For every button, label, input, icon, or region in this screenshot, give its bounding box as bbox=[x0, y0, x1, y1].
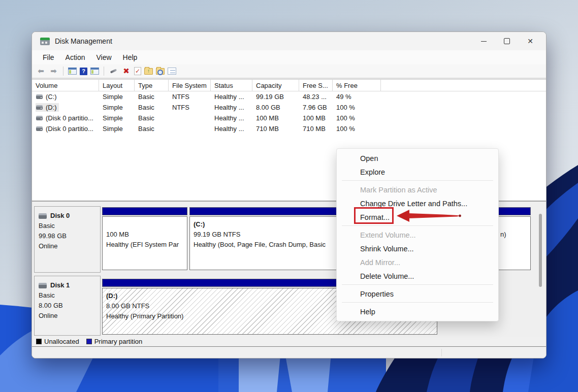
layout-cell: Simple bbox=[99, 102, 135, 113]
table-row[interactable]: (Disk 0 partitio...SimpleBasicHealthy ..… bbox=[32, 123, 546, 134]
menu-separator bbox=[342, 225, 493, 226]
volume-name-wrap: (C:) bbox=[36, 92, 59, 101]
column-header-capacity[interactable]: Capacity bbox=[252, 80, 299, 91]
folder-search-icon[interactable] bbox=[156, 68, 165, 75]
menu-item-shrink-volume[interactable]: Shrink Volume... bbox=[337, 242, 498, 255]
check-document-icon[interactable] bbox=[134, 67, 141, 75]
menu-view[interactable]: View bbox=[90, 52, 117, 63]
disk0-partition-efi[interactable]: 100 MB Healthy (EFI System Par bbox=[102, 207, 187, 270]
format-highlight-box bbox=[354, 207, 394, 224]
menu-help[interactable]: Help bbox=[117, 52, 143, 63]
disk0-size: 99.98 GB bbox=[39, 231, 100, 241]
type-cell: Basic bbox=[135, 113, 169, 123]
volume-name-wrap: (D:) bbox=[36, 103, 59, 112]
disk-icon bbox=[39, 283, 47, 288]
volume-list-header: VolumeLayoutTypeFile SystemStatusCapacit… bbox=[32, 79, 546, 91]
partition-color-bar bbox=[102, 207, 187, 215]
delete-icon[interactable] bbox=[121, 67, 131, 76]
column-header-free[interactable]: Free S... bbox=[299, 80, 333, 91]
volume-icon bbox=[36, 116, 43, 120]
legend-swatch bbox=[86, 339, 92, 344]
table-row[interactable]: (Disk 0 partitio...SimpleBasicHealthy ..… bbox=[32, 113, 546, 123]
column-header-status[interactable]: Status bbox=[211, 80, 252, 91]
menu-separator bbox=[342, 284, 493, 285]
title-bar[interactable]: Disk Management bbox=[32, 32, 546, 50]
toolbar-separator bbox=[104, 67, 104, 76]
column-header-fs[interactable]: File System bbox=[169, 80, 211, 91]
disk0-partition-recovery[interactable]: n) bbox=[496, 207, 531, 270]
folder-up-icon[interactable] bbox=[144, 68, 153, 75]
pct-cell: 100 % bbox=[333, 102, 381, 113]
layout-cell: Simple bbox=[99, 91, 135, 102]
table-row[interactable]: (C:)SimpleBasicNTFSHealthy ...99.19 GB48… bbox=[32, 91, 546, 102]
status-cell: Healthy ... bbox=[211, 123, 252, 134]
menu-item-help[interactable]: Help bbox=[337, 305, 498, 318]
desktop: { "window": { "title": "Disk Management"… bbox=[0, 0, 578, 392]
menu-item-open[interactable]: Open bbox=[337, 151, 498, 165]
menu-item-delete-volume[interactable]: Delete Volume... bbox=[337, 269, 498, 283]
legend-label: Primary partition bbox=[94, 338, 143, 345]
column-header-pct[interactable]: % Free bbox=[333, 80, 381, 91]
menu-separator bbox=[342, 302, 493, 303]
volume-cell: (Disk 0 partitio... bbox=[32, 113, 99, 123]
disk1-name: Disk 1 bbox=[50, 280, 70, 290]
minimize-button-icon[interactable] bbox=[472, 32, 495, 50]
menu-item-properties[interactable]: Properties bbox=[337, 287, 498, 301]
toolbar-separator bbox=[63, 67, 63, 76]
menu-item-explore[interactable]: Explore bbox=[337, 165, 498, 179]
partition-size: 100 MB bbox=[106, 230, 187, 240]
console-window-alt-icon[interactable] bbox=[90, 68, 99, 75]
disk-management-app-icon bbox=[40, 38, 50, 45]
tools-icon[interactable] bbox=[109, 67, 118, 76]
volume-icon bbox=[36, 94, 43, 99]
layout-cell: Simple bbox=[99, 113, 135, 123]
fs-cell: NTFS bbox=[169, 91, 211, 102]
volume-cell: (Disk 0 partitio... bbox=[32, 123, 99, 134]
disk-icon bbox=[39, 213, 47, 219]
type-cell: Basic bbox=[135, 91, 169, 102]
close-button-icon[interactable] bbox=[519, 32, 542, 50]
pct-cell: 100 % bbox=[333, 123, 381, 134]
capacity-cell: 100 MB bbox=[252, 113, 299, 123]
legend-bar: UnallocatedPrimary partition bbox=[32, 337, 546, 347]
volume-name-wrap: (Disk 0 partitio... bbox=[36, 124, 95, 133]
disk1-info-panel[interactable]: Disk 1 Basic 8.00 GB Online bbox=[34, 276, 101, 336]
status-cell: Healthy ... bbox=[211, 102, 252, 113]
volume-name-wrap: (Disk 0 partitio... bbox=[36, 114, 95, 122]
back-arrow-icon[interactable] bbox=[36, 67, 46, 76]
forward-arrow-icon[interactable] bbox=[49, 67, 58, 76]
disk1-status: Online bbox=[39, 311, 100, 321]
menu-item-add-mirror: Add Mirror... bbox=[337, 255, 498, 269]
partition-status: n) bbox=[500, 230, 530, 240]
menu-action[interactable]: Action bbox=[60, 52, 91, 63]
column-header-type[interactable]: Type bbox=[135, 80, 169, 91]
menu-separator bbox=[342, 180, 493, 181]
column-header-volume[interactable]: Volume bbox=[32, 80, 99, 91]
console-window-icon[interactable] bbox=[68, 68, 77, 75]
menu-file[interactable]: File bbox=[37, 52, 60, 63]
maximize-button-icon[interactable] bbox=[495, 32, 519, 50]
column-header-layout[interactable]: Layout bbox=[99, 80, 135, 91]
menu-bar: FileActionViewHelp bbox=[32, 50, 546, 64]
properties-icon[interactable] bbox=[168, 68, 176, 75]
volume-icon bbox=[36, 105, 43, 110]
status-bar-divider bbox=[441, 349, 442, 356]
volume-label: (Disk 0 partitio... bbox=[46, 125, 93, 133]
column-header-filler bbox=[381, 80, 546, 91]
disk0-info-panel[interactable]: Disk 0 Basic 99.98 GB Online bbox=[34, 206, 101, 273]
pct-cell: 49 % bbox=[333, 91, 381, 102]
capacity-cell: 710 MB bbox=[252, 123, 299, 134]
menu-item-mark-partition-as-active: Mark Partition as Active bbox=[337, 183, 498, 197]
type-cell: Basic bbox=[135, 102, 169, 113]
volume-cell: (C:) bbox=[32, 91, 99, 102]
fs-cell bbox=[169, 123, 211, 134]
free-cell: 710 MB bbox=[299, 123, 333, 134]
volume-cell: (D:) bbox=[32, 102, 99, 113]
layout-cell: Simple bbox=[99, 123, 135, 134]
volume-icon bbox=[36, 126, 43, 131]
table-row[interactable]: (D:)SimpleBasicNTFSHealthy ...8.00 GB7.9… bbox=[32, 102, 546, 113]
vertical-scrollbar[interactable] bbox=[538, 204, 543, 334]
legend-item: Unallocated bbox=[36, 338, 79, 345]
help-icon[interactable] bbox=[80, 68, 87, 75]
scrollbar-thumb[interactable] bbox=[539, 214, 542, 287]
